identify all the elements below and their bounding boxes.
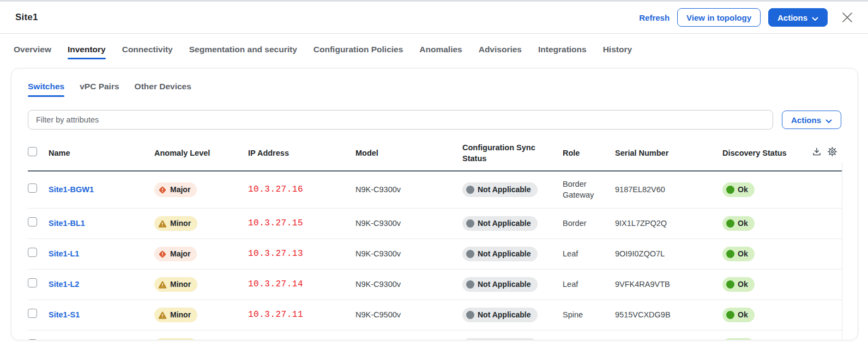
column-header-config-sync-status[interactable]: Configuration Sync Status	[462, 137, 563, 171]
anomaly-level-label: Major	[170, 249, 190, 259]
page-title: Site1	[15, 12, 38, 23]
green-status-dot	[726, 311, 734, 319]
config-sync-status-label: Not Applicable	[478, 185, 531, 195]
row-checkbox[interactable]	[28, 339, 37, 340]
gray-status-dot	[466, 219, 474, 228]
discovery-status-label: Ok	[738, 218, 748, 229]
ip-address: 10.3.27.13	[248, 249, 303, 259]
subtab-other-devices[interactable]: Other Devices	[135, 82, 191, 97]
model: N9K-C9300v	[355, 249, 401, 258]
discovery-status-badge: Ok	[722, 308, 755, 322]
gray-status-dot	[466, 250, 474, 258]
column-header-ip-address[interactable]: IP Address	[248, 137, 355, 171]
green-status-dot	[726, 250, 734, 258]
tab-configuration-policies[interactable]: Configuration Policies	[314, 45, 403, 59]
row-checkbox[interactable]	[28, 183, 37, 193]
green-status-dot	[726, 219, 734, 228]
download-icon[interactable]	[812, 147, 822, 160]
config-sync-status-badge: Not Applicable	[462, 277, 538, 292]
view-in-topology-button[interactable]: View in topology	[677, 8, 761, 27]
actions-button[interactable]: Actions	[768, 8, 828, 27]
discovery-status-badge: Ok	[722, 247, 755, 261]
subtab-switches[interactable]: Switches	[28, 82, 64, 97]
config-sync-status-label: Not Applicable	[478, 310, 531, 320]
switch-name-link[interactable]: Site1-L1	[49, 249, 79, 258]
discovery-status-label: Ok	[738, 249, 748, 259]
minor-triangle-icon	[158, 219, 167, 228]
table-row[interactable]: Site1-BGW1 Major 10.3.27.16 N9K-C9300v N…	[28, 171, 842, 209]
anomaly-level-label: Minor	[170, 218, 191, 229]
model: N9K-C9300v	[355, 185, 401, 194]
serial-number: 9OI9I0ZQO7L	[615, 249, 665, 258]
chevron-down-icon	[812, 14, 818, 23]
column-header-discovery-status[interactable]: Discovery Status	[722, 137, 801, 171]
tab-anomalies[interactable]: Anomalies	[419, 45, 462, 59]
tab-inventory[interactable]: Inventory	[68, 45, 106, 59]
row-checkbox[interactable]	[28, 248, 37, 257]
gray-status-dot	[466, 280, 474, 289]
row-checkbox[interactable]	[28, 309, 37, 318]
tab-overview[interactable]: Overview	[14, 45, 51, 59]
role: Spine	[563, 310, 583, 319]
column-header-serial-number[interactable]: Serial Number	[615, 137, 722, 171]
tab-bar: Overview Inventory Connectivity Segmenta…	[0, 34, 868, 67]
discovery-status-label: Ok	[738, 279, 748, 290]
anomaly-level-badge: Major	[154, 182, 197, 197]
anomaly-level-badge: Minor	[154, 277, 197, 292]
switch-name-link[interactable]: Site1-BL1	[49, 219, 85, 228]
serial-number: 9187EL82V60	[615, 185, 665, 194]
column-header-role[interactable]: Role	[563, 137, 615, 171]
column-header-anomaly-level[interactable]: Anomaly Level	[154, 137, 248, 171]
discovery-status-badge: Ok	[722, 277, 755, 292]
table-row[interactable]: Site1-S2 Minor 10.3.27.12 N9K-C9500v Not…	[28, 330, 842, 340]
table-right-edge	[842, 162, 842, 340]
table-row[interactable]: Site1-BL1 Minor 10.3.27.15 N9K-C9300v No…	[28, 209, 842, 239]
view-in-topology-label: View in topology	[686, 13, 751, 22]
ip-address: 10.3.27.16	[248, 185, 303, 194]
config-sync-status-badge: Not Applicable	[462, 247, 538, 261]
minor-triangle-icon	[158, 311, 167, 320]
chevron-down-icon	[825, 116, 832, 125]
anomaly-level-label: Minor	[170, 279, 191, 290]
serial-number: 9515VCXDG9B	[615, 310, 671, 319]
discovery-status-badge: Ok	[722, 216, 755, 231]
table-actions-label: Actions	[791, 115, 821, 125]
tab-integrations[interactable]: Integrations	[538, 45, 587, 59]
tab-advisories[interactable]: Advisories	[479, 45, 522, 59]
discovery-status-label: Ok	[738, 310, 748, 320]
column-header-model[interactable]: Model	[355, 137, 462, 171]
table-row[interactable]: Site1-S1 Minor 10.3.27.11 N9K-C9500v Not…	[28, 300, 842, 330]
select-all-checkbox[interactable]	[28, 147, 37, 156]
tab-history[interactable]: History	[603, 45, 632, 59]
inventory-card: Switches vPC Pairs Other Devices Actions…	[11, 68, 858, 340]
tab-segmentation-and-security[interactable]: Segmentation and security	[189, 45, 297, 59]
tab-connectivity[interactable]: Connectivity	[122, 45, 173, 59]
anomaly-level-badge: Minor	[154, 308, 197, 322]
model: N9K-C9300v	[355, 219, 401, 228]
switch-name-link[interactable]: Site1-S1	[49, 310, 80, 319]
anomaly-level-label: Major	[170, 185, 190, 195]
refresh-link[interactable]: Refresh	[639, 13, 670, 22]
model: N9K-C9300v	[355, 280, 401, 289]
table-actions-button[interactable]: Actions	[782, 111, 841, 129]
subtab-vpc-pairs[interactable]: vPC Pairs	[80, 82, 119, 97]
row-checkbox[interactable]	[28, 278, 37, 287]
ip-address: 10.3.27.15	[248, 218, 303, 228]
serial-number: 9IX1L7ZPQ2Q	[615, 219, 667, 228]
filter-input[interactable]	[28, 110, 773, 130]
header-actions: Refresh View in topology Actions	[639, 8, 854, 27]
model: N9K-C9500v	[355, 310, 401, 319]
column-header-name[interactable]: Name	[49, 137, 154, 171]
switch-name-link[interactable]: Site1-L2	[49, 280, 79, 289]
table-row[interactable]: Site1-L1 Major 10.3.27.13 N9K-C9300v Not…	[28, 239, 842, 270]
major-diamond-icon	[158, 186, 167, 194]
row-checkbox[interactable]	[28, 217, 37, 226]
gray-status-dot	[466, 311, 474, 319]
switch-name-link[interactable]: Site1-BGW1	[49, 185, 94, 194]
anomaly-level-label: Minor	[170, 310, 191, 320]
column-settings-gear-icon[interactable]	[827, 146, 837, 160]
major-diamond-icon	[158, 250, 167, 259]
table-row[interactable]: Site1-L2 Minor 10.3.27.14 N9K-C9300v Not…	[28, 270, 842, 300]
green-status-dot	[726, 280, 734, 289]
close-icon[interactable]	[841, 11, 854, 24]
